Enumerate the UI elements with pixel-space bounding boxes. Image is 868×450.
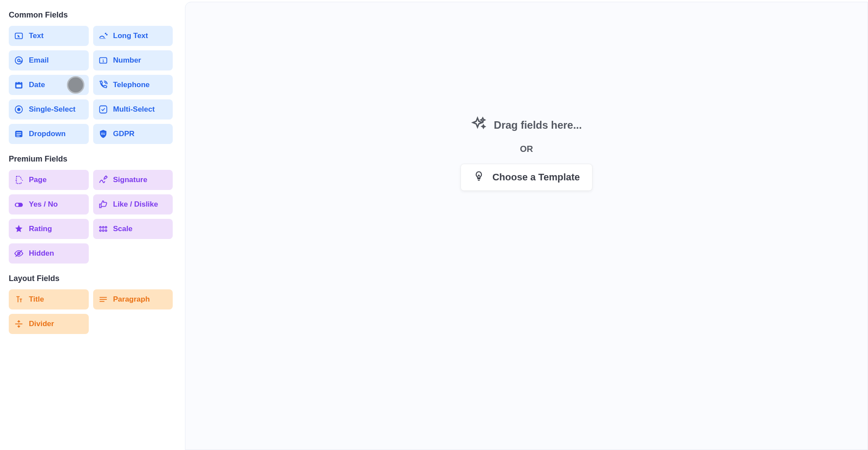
field-single-select-label: Single-Select	[29, 105, 76, 114]
field-like-dislike[interactable]: Like / Dislike	[93, 194, 173, 214]
field-number-label: Number	[113, 56, 141, 65]
svg-point-2	[105, 33, 106, 34]
field-paragraph[interactable]: Paragraph	[93, 289, 173, 309]
svg-point-26	[99, 230, 101, 232]
number-icon: 1	[98, 56, 108, 65]
field-signature[interactable]: Signature	[93, 170, 173, 190]
field-long-text-label: Long Text	[113, 32, 148, 40]
svg-point-14	[17, 108, 20, 111]
field-single-select[interactable]: Single-Select	[9, 99, 89, 120]
email-icon	[14, 56, 24, 65]
svg-rect-17	[17, 132, 21, 133]
field-text-label: Text	[29, 32, 44, 40]
field-signature-label: Signature	[113, 176, 147, 184]
choose-template-button[interactable]: Choose a Template	[460, 164, 593, 191]
field-multi-select[interactable]: Multi-Select	[93, 99, 173, 120]
premium-fields-section: Premium Fields Page Signature Yes / No	[9, 155, 173, 264]
premium-fields-grid: Page Signature Yes / No Like / Dislike	[9, 170, 173, 264]
long-text-icon	[98, 31, 108, 41]
field-divider-label: Divider	[29, 320, 54, 328]
divider-icon	[14, 319, 24, 329]
form-canvas-wrapper: Drag fields here... OR Choose a Template	[181, 0, 868, 450]
multi-select-icon	[98, 105, 108, 114]
field-hidden[interactable]: Hidden	[9, 243, 89, 264]
paragraph-icon	[98, 295, 108, 304]
field-rating-label: Rating	[29, 225, 52, 233]
field-dropdown[interactable]: Dropdown	[9, 124, 89, 144]
drag-fields-hint-text: Drag fields here...	[494, 119, 582, 131]
form-canvas[interactable]: Drag fields here... OR Choose a Template	[185, 2, 868, 450]
field-telephone[interactable]: Telephone	[93, 75, 173, 95]
like-dislike-icon	[98, 200, 108, 209]
date-icon	[14, 80, 24, 90]
gdpr-icon: EU	[98, 129, 108, 139]
svg-point-28	[105, 230, 107, 232]
signature-icon	[98, 175, 108, 185]
field-yes-no[interactable]: Yes / No	[9, 194, 89, 214]
field-multi-select-label: Multi-Select	[113, 105, 155, 114]
yes-no-icon	[14, 200, 24, 209]
common-fields-heading: Common Fields	[9, 11, 173, 20]
svg-text:1: 1	[102, 59, 104, 63]
title-icon	[14, 295, 24, 304]
svg-point-23	[99, 227, 101, 229]
field-dropdown-label: Dropdown	[29, 130, 66, 138]
svg-point-25	[105, 227, 107, 229]
premium-fields-heading: Premium Fields	[9, 155, 173, 164]
field-long-text[interactable]: Long Text	[93, 26, 173, 46]
field-page-label: Page	[29, 176, 47, 184]
field-scale-label: Scale	[113, 225, 132, 233]
drag-fields-hint: Drag fields here...	[471, 116, 582, 134]
field-yes-no-label: Yes / No	[29, 200, 58, 209]
field-like-dislike-label: Like / Dislike	[113, 200, 158, 209]
field-gdpr[interactable]: EU GDPR	[93, 124, 173, 144]
field-title-label: Title	[29, 295, 44, 304]
text-icon: A	[14, 31, 24, 41]
rating-icon	[14, 224, 24, 234]
field-title[interactable]: Title	[9, 289, 89, 309]
field-gdpr-label: GDPR	[113, 130, 135, 138]
fields-sidebar: Common Fields A Text Long Text Email	[0, 0, 181, 450]
svg-rect-18	[17, 134, 21, 135]
page-icon	[14, 175, 24, 185]
field-number[interactable]: 1 Number	[93, 50, 173, 70]
svg-text:A: A	[17, 35, 20, 39]
common-fields-section: Common Fields A Text Long Text Email	[9, 11, 173, 144]
svg-text:EU: EU	[101, 132, 105, 135]
common-fields-grid: A Text Long Text Email 1 Num	[9, 26, 173, 144]
field-rating[interactable]: Rating	[9, 219, 89, 239]
scale-icon	[98, 224, 108, 234]
layout-fields-heading: Layout Fields	[9, 274, 173, 283]
field-text[interactable]: A Text	[9, 26, 89, 46]
svg-point-24	[102, 227, 104, 229]
field-email-label: Email	[29, 56, 49, 65]
svg-point-27	[102, 230, 104, 232]
field-paragraph-label: Paragraph	[113, 295, 150, 304]
svg-point-3	[106, 34, 107, 35]
svg-rect-15	[99, 106, 107, 113]
field-page[interactable]: Page	[9, 170, 89, 190]
svg-point-22	[16, 204, 18, 206]
cursor-indicator	[67, 76, 84, 94]
svg-rect-4	[99, 39, 105, 39]
choose-template-label: Choose a Template	[492, 172, 580, 183]
field-divider[interactable]: Divider	[9, 314, 89, 334]
field-telephone-label: Telephone	[113, 81, 150, 89]
dropdown-icon	[14, 129, 24, 139]
layout-fields-section: Layout Fields Title Paragraph Divider	[9, 274, 173, 334]
svg-rect-19	[17, 136, 20, 137]
telephone-icon	[98, 80, 108, 90]
field-hidden-label: Hidden	[29, 249, 54, 258]
field-date-label: Date	[29, 81, 45, 89]
lightbulb-icon	[473, 170, 485, 184]
field-date[interactable]: Date	[9, 75, 89, 95]
sparkle-icon	[471, 116, 487, 134]
hidden-icon	[14, 249, 24, 258]
or-label: OR	[520, 144, 533, 154]
svg-rect-10	[17, 84, 21, 87]
single-select-icon	[14, 105, 24, 114]
layout-fields-grid: Title Paragraph Divider	[9, 289, 173, 334]
field-email[interactable]: Email	[9, 50, 89, 70]
field-scale[interactable]: Scale	[93, 219, 173, 239]
